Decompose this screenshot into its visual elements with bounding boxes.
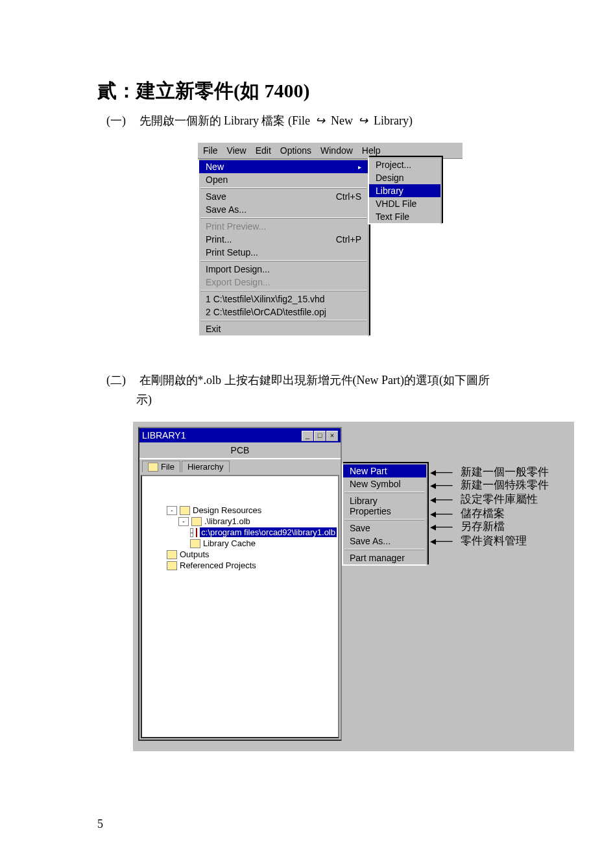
tree-library-cache[interactable]: Library Cache xyxy=(145,538,335,549)
ctx-new-part[interactable]: New Part xyxy=(343,464,426,477)
step-2: (二) 在剛開啟的*.olb 上按右鍵即出現新增元件(New Part)的選項(… xyxy=(106,370,555,410)
folder-icon xyxy=(167,549,177,559)
menu-import-design[interactable]: Import Design... xyxy=(199,263,368,276)
tree-design-resources[interactable]: -Design Resources xyxy=(145,505,335,516)
menu-export-design: Export Design... xyxy=(199,276,368,289)
menubar-view[interactable]: View xyxy=(227,145,246,156)
ctx-part-manager[interactable]: Part manager xyxy=(343,551,426,564)
step-1-text-b: New xyxy=(328,114,355,127)
ctx-save-as[interactable]: Save As... xyxy=(343,535,426,548)
folder-icon xyxy=(191,516,202,525)
olb-file-icon xyxy=(196,527,197,536)
submenu-project[interactable]: Project... xyxy=(369,158,440,171)
close-button[interactable]: × xyxy=(326,431,338,441)
tree-outputs[interactable]: Outputs xyxy=(145,549,335,560)
folder-icon xyxy=(190,538,200,548)
folder-icon xyxy=(148,462,158,471)
menu-save[interactable]: SaveCtrl+S xyxy=(199,190,368,203)
tree-library-path[interactable]: -c:\program files\orcad92\library1.olb xyxy=(145,527,335,538)
view-tabs: File Hierarchy xyxy=(139,459,341,474)
menu-new[interactable]: New▸ xyxy=(199,160,368,173)
menu-recent-2[interactable]: 2 C:\testfile\OrCAD\testfile.opj xyxy=(199,306,368,319)
menu-exit[interactable]: Exit xyxy=(199,322,368,335)
expand-icon[interactable]: - xyxy=(190,527,193,536)
menu-print-preview: Print Preview... xyxy=(199,220,368,233)
menubar-edit[interactable]: Edit xyxy=(256,145,271,156)
arrow-left-icon: ◂── xyxy=(427,533,459,548)
mode-tab-pcb[interactable]: PCB xyxy=(139,442,341,459)
expand-icon[interactable]: - xyxy=(167,505,177,514)
annotation-lib-properties: ◂──設定零件庫屬性 xyxy=(427,492,538,507)
tab-hierarchy[interactable]: Hierarchy xyxy=(182,461,230,472)
ctx-new-symbol[interactable]: New Symbol xyxy=(343,477,426,490)
step-1-num: (一) xyxy=(106,111,136,131)
tree-referenced-projects[interactable]: Referenced Projects xyxy=(145,560,335,571)
figure-library-window: Referenced Projects Outputs Library Cach… xyxy=(133,422,574,751)
arrow-icon: ↪ xyxy=(355,114,370,127)
window-title: LIBRARY1 xyxy=(142,430,186,440)
folder-icon xyxy=(167,561,177,570)
menu-print-setup[interactable]: Print Setup... xyxy=(199,246,368,259)
arrow-left-icon: ◂── xyxy=(427,492,459,506)
file-dropdown-menu: Exit 2 C:\testfile\OrCAD\testfile.opj 1 … xyxy=(198,159,369,337)
annotation-new-symbol: ◂──新建一個特殊零件 xyxy=(427,477,549,492)
step-1-text-a: 先開啟一個新的 Library 檔案 (File xyxy=(139,114,313,127)
expand-icon[interactable]: - xyxy=(178,516,189,525)
menubar-window[interactable]: Window xyxy=(320,145,353,156)
page-title: 貳：建立新零件(如 7400) xyxy=(97,78,555,104)
annotation-save-as: ◂──另存新檔 xyxy=(427,519,505,534)
library-window: Referenced Projects Outputs Library Cach… xyxy=(138,427,342,741)
figure-file-menu: Exit 2 C:\testfile\OrCAD\testfile.opj 1 … xyxy=(198,143,463,337)
submenu-vhdl-file[interactable]: VHDL File xyxy=(369,197,440,210)
menu-save-as[interactable]: Save As... xyxy=(199,203,368,216)
step-2-line-1: 在剛開啟的*.olb 上按右鍵即出現新增元件(New Part)的選項(如下圖所 xyxy=(139,374,490,387)
step-1: (一) 先開啟一個新的 Library 檔案 (File ↪ New ↪ Lib… xyxy=(106,111,555,131)
step-2-num: (二) xyxy=(106,370,136,391)
minimize-button[interactable]: _ xyxy=(302,431,313,441)
arrow-left-icon: ◂── xyxy=(427,506,459,520)
menubar-options[interactable]: Options xyxy=(280,145,311,156)
project-tree: Referenced Projects Outputs Library Cach… xyxy=(141,475,339,738)
submenu-text-file[interactable]: Text File xyxy=(369,210,440,223)
menubar-help[interactable]: Help xyxy=(362,145,381,156)
tree-library-olb[interactable]: -.\library1.olb xyxy=(145,516,335,527)
menubar-file[interactable]: File xyxy=(203,145,218,156)
menu-print[interactable]: Print...Ctrl+P xyxy=(199,233,368,246)
arrow-left-icon: ◂── xyxy=(427,464,459,479)
ctx-save[interactable]: Save xyxy=(343,522,426,535)
tab-file[interactable]: File xyxy=(142,461,180,472)
menubar: File View Edit Options Window Help xyxy=(198,143,463,159)
menu-recent-1[interactable]: 1 C:\testfile\Xilinx\fig2_15.vhd xyxy=(199,293,368,306)
submenu-design[interactable]: Design xyxy=(369,171,440,184)
arrow-left-icon: ◂── xyxy=(427,519,459,533)
submenu-caret-icon: ▸ xyxy=(358,163,361,170)
step-2-line-2: 示) xyxy=(106,393,152,406)
menu-open[interactable]: Open xyxy=(199,173,368,186)
arrow-left-icon: ◂── xyxy=(427,477,459,492)
folder-icon xyxy=(180,505,190,514)
window-titlebar: LIBRARY1 _□× xyxy=(139,428,341,442)
step-1-text-c: Library) xyxy=(370,114,412,127)
maximize-button[interactable]: □ xyxy=(314,431,326,441)
new-submenu: Text File VHDL File Library Design Proje… xyxy=(368,157,442,224)
context-menu: Part manager Save As... Save Library Pro… xyxy=(342,463,427,566)
annotation-part-manager: ◂──零件資料管理 xyxy=(427,533,527,548)
arrow-icon: ↪ xyxy=(313,114,328,127)
ctx-library-properties[interactable]: Library Properties xyxy=(343,494,426,518)
submenu-library[interactable]: Library xyxy=(369,184,440,197)
